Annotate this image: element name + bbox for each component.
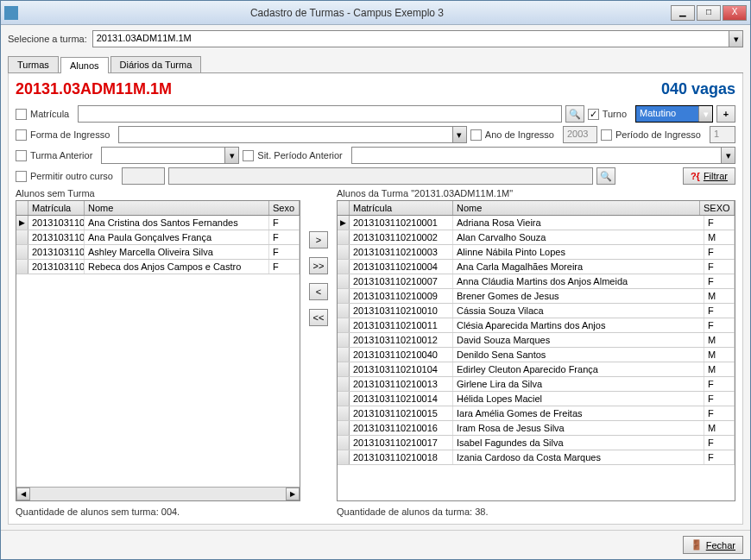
cell-matricula: 2013103110210004: [350, 260, 453, 274]
cell-sexo: M: [704, 333, 735, 347]
table-row[interactable]: 2013103110Ashley Marcella Oliveira Silva…: [16, 245, 300, 260]
cell-matricula: 2013103110210015: [350, 406, 453, 420]
move-all-right-button[interactable]: >>: [309, 257, 328, 274]
col-nome[interactable]: Nome: [85, 201, 269, 215]
close-button[interactable]: X: [723, 5, 747, 21]
periodo-input[interactable]: 1: [710, 126, 735, 143]
matricula-checkbox[interactable]: [16, 109, 27, 120]
window-title: Cadastro de Turmas - Campus Exemplo 3: [23, 7, 671, 19]
col-sexo[interactable]: SEXO: [700, 201, 735, 215]
permitir-desc-input[interactable]: [168, 167, 593, 185]
turno-checkbox[interactable]: ✓: [588, 109, 599, 120]
maximize-button[interactable]: □: [697, 5, 721, 21]
move-all-left-button[interactable]: <<: [309, 309, 328, 326]
move-left-button[interactable]: <: [309, 283, 328, 300]
table-row[interactable]: 2013103110210016Iram Rosa de Jesus Silva…: [338, 421, 735, 436]
chevron-down-icon[interactable]: ▾: [729, 31, 742, 47]
table-row[interactable]: 2013103110210018Izania Cardoso da Costa …: [338, 450, 735, 465]
tab-diarios[interactable]: Diários da Turma: [110, 56, 202, 72]
table-row[interactable]: 2013103110Rebeca dos Anjos Campos e Cast…: [16, 260, 300, 274]
cell-nome: Hélida Lopes Maciel: [453, 392, 704, 406]
matricula-label: Matrícula: [30, 109, 69, 119]
fechar-button[interactable]: 🚪 Fechar: [683, 536, 743, 554]
col-nome[interactable]: Nome: [453, 201, 700, 215]
permitir-code-input[interactable]: [122, 167, 165, 185]
row-marker: [338, 318, 350, 332]
cell-matricula: 2013103110210014: [350, 392, 453, 406]
main-window: Cadastro de Turmas - Campus Exemplo 3 ▁ …: [0, 0, 751, 560]
table-row[interactable]: 2013103110210017Isabel Fagundes da Silva…: [338, 436, 735, 450]
chevron-down-icon[interactable]: ▾: [721, 148, 735, 163]
minimize-button[interactable]: ▁: [671, 5, 695, 21]
col-matricula[interactable]: Matrícula: [28, 201, 85, 215]
matricula-input[interactable]: [78, 105, 561, 123]
table-row[interactable]: 2013103110210002Alan Carvalho SouzaM: [338, 230, 735, 245]
row-marker: [338, 377, 350, 391]
table-row[interactable]: 2013103110210009Brener Gomes de JesusM: [338, 289, 735, 304]
row-marker-header: [338, 201, 350, 215]
table-row[interactable]: 2013103110210004Ana Carla Magalhães More…: [338, 260, 735, 274]
cell-matricula: 2013103110210040: [350, 348, 453, 362]
turma-ant-checkbox[interactable]: [16, 150, 27, 161]
chevron-down-icon[interactable]: ▾: [452, 127, 466, 142]
table-row[interactable]: 2013103110Ana Paula Gonçalves FrançaF: [16, 230, 300, 245]
table-row[interactable]: 2013103110210014Hélida Lopes MacielF: [338, 392, 735, 406]
table-row[interactable]: ▶2013103110210001Adriana Rosa VieiraF: [338, 216, 735, 230]
scroll-left-icon[interactable]: ◀: [16, 488, 30, 500]
row-marker: [338, 406, 350, 420]
periodo-checkbox[interactable]: [601, 129, 612, 141]
table-row[interactable]: 2013103110210003Alinne Nábila Pinto Lope…: [338, 245, 735, 260]
sit-per-checkbox[interactable]: [243, 150, 254, 161]
table-row[interactable]: 2013103110210013Girlene Lira da SilvaF: [338, 377, 735, 392]
forma-select[interactable]: ▾: [118, 126, 466, 143]
cell-matricula: 2013103110210007: [350, 274, 453, 288]
turno-select[interactable]: Matutino ▾: [635, 105, 713, 123]
permitir-checkbox[interactable]: [16, 171, 27, 182]
table-row[interactable]: 2013103110210011Clésia Aparecida Martins…: [338, 318, 735, 333]
tab-alunos[interactable]: Alunos: [60, 57, 109, 73]
row-marker: [338, 230, 350, 244]
row-marker: [338, 304, 350, 318]
filtrar-button[interactable]: ?{ Filtrar: [683, 167, 735, 185]
ano-input[interactable]: 2003: [563, 126, 597, 143]
right-grid[interactable]: Matrícula Nome SEXO ▶2013103110210001Adr…: [337, 200, 735, 501]
row-marker: [338, 348, 350, 362]
tab-turmas[interactable]: Turmas: [8, 56, 59, 72]
horizontal-scrollbar[interactable]: ◀ ▶: [16, 487, 300, 500]
binoculars-icon[interactable]: 🔍: [565, 105, 584, 123]
cell-nome: Clésia Aparecida Martins dos Anjos: [453, 318, 704, 332]
cell-sexo: M: [704, 289, 735, 303]
ano-checkbox[interactable]: [470, 129, 482, 141]
chevron-down-icon[interactable]: ▾: [698, 106, 712, 122]
table-row[interactable]: 2013103110210104Edirley Cleuton Aparecid…: [338, 362, 735, 377]
cell-nome: Ashley Marcella Oliveira Silva: [85, 245, 269, 259]
col-matricula[interactable]: Matrícula: [350, 201, 453, 215]
chevron-down-icon[interactable]: ▾: [224, 148, 238, 163]
select-turma-combo[interactable]: 20131.03ADM11M.1M ▾: [92, 30, 743, 47]
cell-nome: Ana Cristina dos Santos Fernandes: [85, 216, 269, 230]
vagas-count: 040 vagas: [661, 80, 735, 98]
scroll-right-icon[interactable]: ▶: [286, 488, 300, 500]
cell-sexo: F: [704, 216, 735, 230]
binoculars-icon[interactable]: 🔍: [596, 167, 615, 185]
table-row[interactable]: 2013103110210040Denildo Sena SantosM: [338, 348, 735, 362]
sit-per-label: Sit. Período Anterior: [257, 150, 342, 160]
cell-nome: Anna Cláudia Martins dos Anjos Almeida: [453, 274, 704, 288]
move-right-button[interactable]: >: [309, 231, 328, 249]
turma-ant-select[interactable]: ▾: [101, 147, 239, 164]
forma-checkbox[interactable]: [16, 129, 27, 141]
table-row[interactable]: 2013103110210010Cássia Souza VilacaF: [338, 304, 735, 318]
col-sexo[interactable]: Sexo: [269, 201, 300, 215]
table-row[interactable]: 2013103110210007Anna Cláudia Martins dos…: [338, 274, 735, 289]
table-row[interactable]: 2013103110210015Iara Amélia Gomes de Fre…: [338, 406, 735, 421]
cell-sexo: M: [704, 348, 735, 362]
sit-per-select[interactable]: ▾: [351, 147, 735, 164]
right-count: Quantidade de alunos da turma: 38.: [337, 507, 735, 517]
left-grid[interactable]: Matrícula Nome Sexo ▶2013103110Ana Crist…: [16, 200, 300, 501]
table-row[interactable]: ▶2013103110Ana Cristina dos Santos Ferna…: [16, 216, 300, 230]
cell-matricula: 2013103110210001: [350, 216, 453, 230]
cell-sexo: F: [704, 436, 735, 450]
plus-button[interactable]: +: [716, 105, 735, 123]
table-row[interactable]: 2013103110210012David Souza MarquesM: [338, 333, 735, 348]
cell-sexo: F: [704, 450, 735, 464]
